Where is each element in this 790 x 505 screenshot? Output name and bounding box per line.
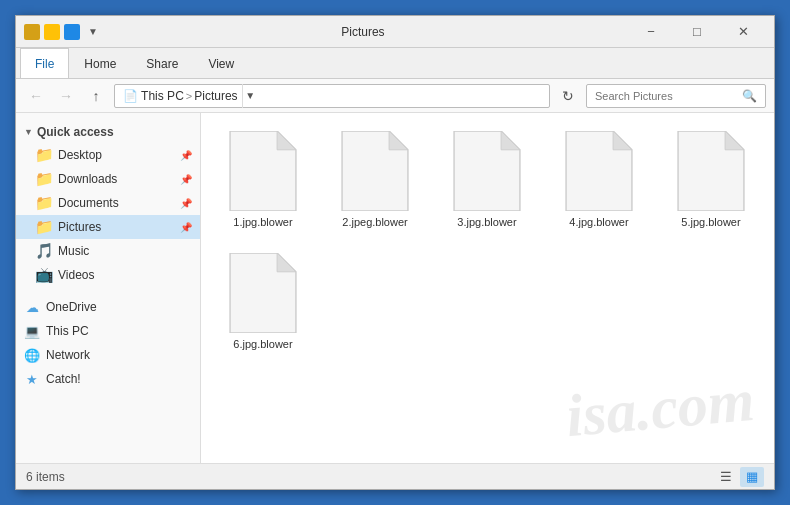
main-content: ▼ Quick access 📁 Desktop 📌 📁 Downloads 📌…	[16, 113, 774, 463]
sidebar-item-desktop[interactable]: 📁 Desktop 📌	[16, 143, 200, 167]
svg-marker-3	[389, 131, 408, 150]
sidebar-item-pictures[interactable]: 📁 Pictures 📌	[16, 215, 200, 239]
sidebar-section-quick-access[interactable]: ▼ Quick access	[16, 121, 200, 143]
file-name-1: 1.jpg.blower	[233, 215, 292, 229]
desktop-folder-icon: 📁	[36, 147, 52, 163]
svg-marker-1	[277, 131, 296, 150]
path-sep-1: >	[186, 90, 192, 102]
tab-file[interactable]: File	[20, 48, 69, 78]
network-icon: 🌐	[24, 347, 40, 363]
window-title: Pictures	[98, 25, 628, 39]
sidebar-item-music-label: Music	[58, 244, 89, 258]
tab-view[interactable]: View	[193, 48, 249, 78]
sidebar-item-music[interactable]: 🎵 Music	[16, 239, 200, 263]
quick-access-chevron: ▼	[24, 127, 33, 137]
back-button[interactable]: ←	[24, 84, 48, 108]
downloads-folder-icon: 📁	[36, 171, 52, 187]
list-item[interactable]: 6.jpg.blower	[213, 247, 313, 357]
file-icon-3	[452, 131, 522, 211]
svg-marker-7	[613, 131, 632, 150]
file-icon-2	[340, 131, 410, 211]
title-bar-quick-access: ▼	[24, 24, 98, 40]
quick-access-icon-2	[44, 24, 60, 40]
close-button[interactable]: ✕	[720, 16, 766, 48]
sidebar-item-documents[interactable]: 📁 Documents 📌	[16, 191, 200, 215]
quick-access-arrow[interactable]: ▼	[88, 26, 98, 37]
svg-marker-9	[725, 131, 744, 150]
file-name-6: 6.jpg.blower	[233, 337, 292, 351]
watermark: isa.com	[563, 366, 757, 451]
sidebar-item-downloads[interactable]: 📁 Downloads 📌	[16, 167, 200, 191]
list-item[interactable]: 3.jpg.blower	[437, 125, 537, 235]
up-button[interactable]: ↑	[84, 84, 108, 108]
pictures-pin-icon: 📌	[180, 222, 192, 233]
pictures-folder-icon: 📁	[36, 219, 52, 235]
file-name-3: 3.jpg.blower	[457, 215, 516, 229]
sidebar-item-onedrive-label: OneDrive	[46, 300, 97, 314]
title-controls: − □ ✕	[628, 16, 766, 48]
svg-marker-11	[277, 253, 296, 272]
tab-home[interactable]: Home	[69, 48, 131, 78]
quick-access-label: Quick access	[37, 125, 114, 139]
sidebar-item-videos[interactable]: 📺 Videos	[16, 263, 200, 287]
list-item[interactable]: 1.jpg.blower	[213, 125, 313, 235]
search-box: 🔍	[586, 84, 766, 108]
ribbon: File Home Share View	[16, 48, 774, 79]
path-item-thispc: 📄 This PC	[123, 89, 184, 103]
search-input[interactable]	[595, 90, 738, 102]
tab-share[interactable]: Share	[131, 48, 193, 78]
path-item-pictures: Pictures	[194, 89, 237, 103]
svg-marker-5	[501, 131, 520, 150]
quick-access-icon-3	[64, 24, 80, 40]
explorer-window: ▼ Pictures − □ ✕ File Home Share View ← …	[15, 15, 775, 490]
list-item[interactable]: 5.jpg.blower	[661, 125, 761, 235]
address-path[interactable]: 📄 This PC > Pictures ▼	[114, 84, 550, 108]
file-icon-6	[228, 253, 298, 333]
view-list-button[interactable]: ☰	[714, 467, 738, 487]
address-dropdown: ▼	[242, 84, 258, 108]
maximize-button[interactable]: □	[674, 16, 720, 48]
music-folder-icon: 🎵	[36, 243, 52, 259]
forward-button[interactable]: →	[54, 84, 78, 108]
sidebar: ▼ Quick access 📁 Desktop 📌 📁 Downloads 📌…	[16, 113, 201, 463]
file-icon-4	[564, 131, 634, 211]
sidebar-item-pictures-label: Pictures	[58, 220, 101, 234]
videos-folder-icon: 📺	[36, 267, 52, 283]
sidebar-item-network[interactable]: 🌐 Network	[16, 343, 200, 367]
thispc-icon: 💻	[24, 323, 40, 339]
search-icon[interactable]: 🔍	[742, 89, 757, 103]
file-area: 1.jpg.blower 2.jpeg.blower	[201, 113, 774, 463]
sidebar-item-downloads-label: Downloads	[58, 172, 117, 186]
sidebar-item-catch[interactable]: ★ Catch!	[16, 367, 200, 391]
list-item[interactable]: 2.jpeg.blower	[325, 125, 425, 235]
file-name-5: 5.jpg.blower	[681, 215, 740, 229]
refresh-button[interactable]: ↻	[556, 84, 580, 108]
address-path-items: 📄 This PC > Pictures	[123, 89, 238, 103]
address-dropdown-btn[interactable]: ▼	[242, 84, 258, 108]
sidebar-item-videos-label: Videos	[58, 268, 94, 282]
title-bar: ▼ Pictures − □ ✕	[16, 16, 774, 48]
sidebar-item-network-label: Network	[46, 348, 90, 362]
file-icon-1	[228, 131, 298, 211]
list-item[interactable]: 4.jpg.blower	[549, 125, 649, 235]
sidebar-item-onedrive[interactable]: ☁ OneDrive	[16, 295, 200, 319]
file-name-2: 2.jpeg.blower	[342, 215, 407, 229]
sidebar-item-thispc[interactable]: 💻 This PC	[16, 319, 200, 343]
onedrive-icon: ☁	[24, 299, 40, 315]
sidebar-item-thispc-label: This PC	[46, 324, 89, 338]
desktop-pin-icon: 📌	[180, 150, 192, 161]
sidebar-item-desktop-label: Desktop	[58, 148, 102, 162]
sidebar-item-documents-label: Documents	[58, 196, 119, 210]
documents-folder-icon: 📁	[36, 195, 52, 211]
status-bar: 6 items ☰ ▦	[16, 463, 774, 489]
view-icons: ☰ ▦	[714, 467, 764, 487]
view-grid-button[interactable]: ▦	[740, 467, 764, 487]
file-grid: 1.jpg.blower 2.jpeg.blower	[213, 125, 762, 358]
file-name-4: 4.jpg.blower	[569, 215, 628, 229]
minimize-button[interactable]: −	[628, 16, 674, 48]
file-icon-5	[676, 131, 746, 211]
ribbon-tabs: File Home Share View	[16, 48, 774, 78]
catch-icon: ★	[24, 371, 40, 387]
quick-access-icon-1	[24, 24, 40, 40]
documents-pin-icon: 📌	[180, 198, 192, 209]
